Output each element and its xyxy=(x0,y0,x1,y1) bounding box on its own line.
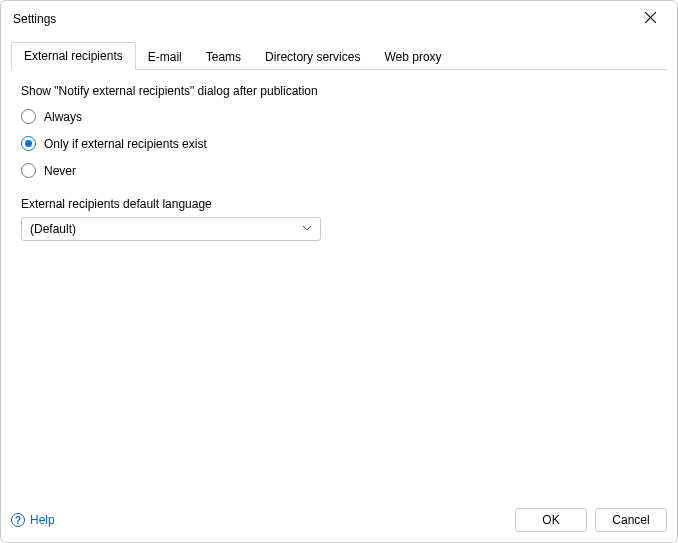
help-label: Help xyxy=(30,513,55,527)
tab-label: Directory services xyxy=(265,50,360,64)
tab-directory-services[interactable]: Directory services xyxy=(253,44,372,70)
tab-teams[interactable]: Teams xyxy=(194,44,253,70)
radio-icon xyxy=(21,109,36,124)
dropdown-value: (Default) xyxy=(30,222,76,236)
cancel-button[interactable]: Cancel xyxy=(595,508,667,532)
window-title: Settings xyxy=(13,12,56,26)
tab-external-recipients[interactable]: External recipients xyxy=(11,42,136,70)
close-icon xyxy=(645,12,656,26)
ok-button[interactable]: OK xyxy=(515,508,587,532)
radio-icon xyxy=(21,163,36,178)
radio-icon xyxy=(21,136,36,151)
chevron-down-icon xyxy=(302,222,312,236)
radio-only-if-exist[interactable]: Only if external recipients exist xyxy=(21,133,657,154)
button-label: OK xyxy=(542,513,559,527)
tab-label: Web proxy xyxy=(384,50,441,64)
titlebar: Settings xyxy=(1,1,677,35)
button-label: Cancel xyxy=(612,513,649,527)
default-language-label: External recipients default language xyxy=(21,197,657,211)
radio-label: Never xyxy=(44,164,76,178)
footer: ? Help OK Cancel xyxy=(1,500,677,542)
help-icon: ? xyxy=(11,513,25,527)
tab-panel-external-recipients: Show "Notify external recipients" dialog… xyxy=(11,70,667,490)
radio-always[interactable]: Always xyxy=(21,106,657,127)
close-button[interactable] xyxy=(635,7,665,31)
help-link[interactable]: ? Help xyxy=(11,513,55,527)
tab-label: External recipients xyxy=(24,49,123,63)
tab-web-proxy[interactable]: Web proxy xyxy=(372,44,453,70)
content-area: External recipients E-mail Teams Directo… xyxy=(1,35,677,500)
radio-label: Only if external recipients exist xyxy=(44,137,207,151)
settings-window: Settings External recipients E-mail Team… xyxy=(0,0,678,543)
tab-strip: External recipients E-mail Teams Directo… xyxy=(11,41,667,70)
tab-label: Teams xyxy=(206,50,241,64)
default-language-dropdown[interactable]: (Default) xyxy=(21,217,321,241)
notify-dialog-label: Show "Notify external recipients" dialog… xyxy=(21,84,657,98)
tab-email[interactable]: E-mail xyxy=(136,44,194,70)
tab-label: E-mail xyxy=(148,50,182,64)
radio-never[interactable]: Never xyxy=(21,160,657,181)
radio-label: Always xyxy=(44,110,82,124)
